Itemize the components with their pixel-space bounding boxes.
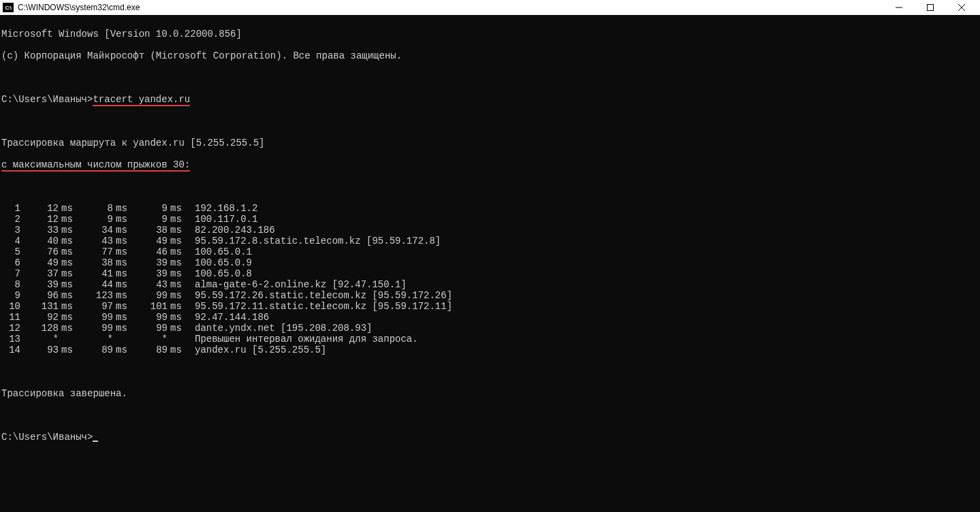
hop-time-unit: ms (113, 279, 129, 290)
close-button[interactable] (946, 0, 977, 15)
terminal-output[interactable]: Microsoft Windows [Version 10.0.22000.85… (0, 15, 980, 456)
hop-time: 97 (75, 301, 113, 312)
hop-time: 76 (20, 246, 59, 257)
hop-number: 7 (1, 268, 20, 279)
hop-time-unit: ms (168, 279, 184, 290)
hops-list: 112ms8ms9ms192.168.1.2212ms9ms9ms100.117… (1, 203, 979, 355)
hop-time-unit: ms (168, 312, 184, 323)
hop-time: 9 (75, 214, 113, 225)
hop-time-unit: ms (113, 301, 129, 312)
maximize-button[interactable] (915, 0, 946, 15)
hop-time: * (75, 334, 113, 345)
hop-row: 1493ms89ms89msyandex.ru [5.255.255.5] (1, 345, 979, 355)
hop-time: 39 (129, 257, 168, 268)
hop-row: 996ms123ms99ms95.59.172.26.static.teleco… (1, 290, 979, 301)
hop-time-unit (113, 334, 129, 345)
hop-destination: 100.117.0.1 (184, 214, 257, 225)
minimize-button[interactable] (883, 0, 915, 15)
hop-time: * (20, 334, 59, 345)
hop-time: 39 (20, 279, 59, 290)
hop-time: 128 (20, 323, 59, 334)
trace-header-line1: Трассировка маршрута к yandex.ru [5.255.… (1, 138, 979, 148)
hop-time-unit (59, 334, 75, 345)
hop-number: 6 (1, 257, 20, 268)
hop-time: 41 (75, 268, 113, 279)
hop-time: 12 (20, 203, 59, 214)
hop-time: 123 (75, 290, 113, 301)
hop-number: 8 (1, 279, 20, 290)
cursor-icon (93, 441, 98, 442)
hop-time: 99 (129, 323, 168, 334)
hop-time: * (129, 334, 168, 345)
hop-time: 49 (129, 236, 168, 246)
hop-time-unit: ms (168, 225, 184, 236)
hop-time-unit: ms (168, 345, 184, 355)
window-controls (883, 0, 977, 15)
trace-done: Трассировка завершена. (1, 388, 979, 399)
hop-time-unit: ms (113, 323, 129, 334)
hop-time: 12 (20, 214, 59, 225)
command-line: C:\Users\Иваныч>tracert yandex.ru (1, 94, 979, 105)
hop-time-unit: ms (168, 301, 184, 312)
hop-time-unit: ms (113, 246, 129, 257)
hop-destination: yandex.ru [5.255.255.5] (184, 345, 326, 355)
hop-destination: 95.59.172.11.static.telecom.kz [95.59.17… (184, 301, 452, 312)
hop-time-unit: ms (59, 312, 75, 323)
hop-time: 37 (20, 268, 59, 279)
hop-destination: 100.65.0.9 (184, 257, 252, 268)
hop-number: 12 (1, 323, 20, 334)
hop-destination: 95.59.172.8.static.telecom.kz [95.59.172… (184, 236, 441, 246)
hop-time-unit: ms (113, 290, 129, 301)
hop-time: 77 (75, 246, 113, 257)
hop-number: 9 (1, 290, 20, 301)
hop-time: 89 (75, 345, 113, 355)
hop-time-unit: ms (59, 345, 75, 355)
hop-time-unit: ms (168, 203, 184, 214)
hop-time-unit: ms (59, 225, 75, 236)
hop-time: 9 (129, 214, 168, 225)
hop-time-unit: ms (113, 345, 129, 355)
trace-header-line2: с максимальным числом прыжков 30: (1, 159, 979, 170)
hop-time-unit (168, 334, 184, 345)
hop-time: 49 (20, 257, 59, 268)
hop-row: 10131ms97ms101ms95.59.172.11.static.tele… (1, 301, 979, 312)
hop-time: 8 (75, 203, 113, 214)
hop-time-unit: ms (113, 214, 129, 225)
hop-time: 99 (75, 312, 113, 323)
hop-row: 649ms38ms39ms100.65.0.9 (1, 257, 979, 268)
prompt-path: C:\Users\Иваныч> (1, 94, 93, 105)
hop-time-unit: ms (168, 214, 184, 225)
hop-row: 212ms9ms9ms100.117.0.1 (1, 214, 979, 225)
hop-time-unit: ms (168, 323, 184, 334)
hop-row: 1192ms99ms99ms92.47.144.186 (1, 312, 979, 323)
hop-time-unit: ms (168, 236, 184, 246)
hop-number: 1 (1, 203, 20, 214)
hop-destination: Превышен интервал ожидания для запроса. (184, 334, 418, 345)
hop-time: 43 (75, 236, 113, 246)
hop-time-unit: ms (113, 236, 129, 246)
hop-destination: 192.168.1.2 (184, 203, 257, 214)
hop-destination: dante.yndx.net [195.208.208.93] (184, 323, 372, 334)
hop-time: 34 (75, 225, 113, 236)
hop-destination: alma-gate-6-2.online.kz [92.47.150.1] (184, 279, 407, 290)
hop-time-unit: ms (59, 301, 75, 312)
hop-time: 39 (129, 268, 168, 279)
hop-time-unit: ms (168, 290, 184, 301)
hop-time-unit: ms (168, 257, 184, 268)
titlebar: C:\ C:\WINDOWS\system32\cmd.exe (0, 0, 980, 15)
hop-number: 2 (1, 214, 20, 225)
hop-row: 737ms41ms39ms100.65.0.8 (1, 268, 979, 279)
hop-time: 99 (129, 290, 168, 301)
hop-time: 89 (129, 345, 168, 355)
hop-destination: 100.65.0.8 (184, 268, 252, 279)
hop-row: 333ms34ms38ms82.200.243.186 (1, 225, 979, 236)
prompt-line: C:\Users\Иваныч> (1, 432, 979, 443)
hop-row: 576ms77ms46ms100.65.0.1 (1, 246, 979, 257)
svg-rect-1 (928, 5, 934, 11)
version-line: Microsoft Windows [Version 10.0.22000.85… (1, 29, 979, 39)
hop-time-unit: ms (113, 268, 129, 279)
hop-number: 14 (1, 345, 20, 355)
cmd-icon: C:\ (3, 3, 14, 12)
hop-destination: 95.59.172.26.static.telecom.kz [95.59.17… (184, 290, 452, 301)
hop-time: 96 (20, 290, 59, 301)
